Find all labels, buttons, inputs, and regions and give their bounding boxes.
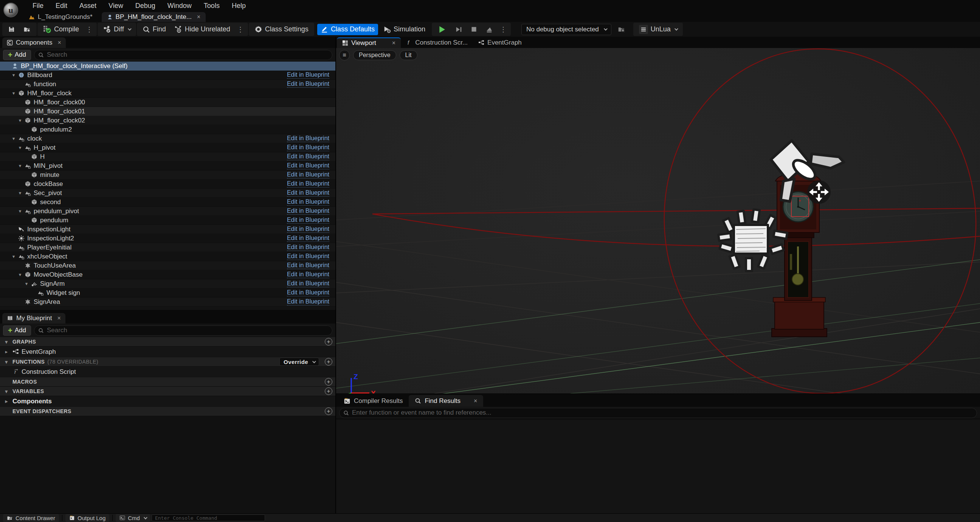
components-search-input[interactable]	[47, 51, 328, 59]
content-drawer-button[interactable]: Content Drawer	[3, 514, 59, 522]
compile-options-icon[interactable]: ⋮	[84, 25, 94, 33]
edit-in-blueprint-link[interactable]: Edit in Blueprint	[287, 289, 329, 296]
tab-compiler-results[interactable]: Compiler Results	[337, 395, 409, 407]
functions-section-header[interactable]: ▾ FUNCTIONS (78 OVERRIDABLE) Override +	[0, 357, 336, 367]
add-function-icon[interactable]: +	[325, 358, 332, 366]
edit-in-blueprint-link[interactable]: Edit in Blueprint	[287, 280, 329, 287]
component-row[interactable]: Widget signEdit in Blueprint	[0, 288, 336, 298]
tab-level[interactable]: L_TestingGrounds*	[24, 12, 98, 22]
edit-in-blueprint-link[interactable]: Edit in Blueprint	[287, 271, 329, 278]
simulation-button[interactable]: Simulation	[380, 24, 429, 35]
move-gizmo-icon[interactable]	[807, 180, 830, 204]
component-row[interactable]: BP_HM_floor_clock_Interactive (Self)	[0, 62, 336, 71]
close-icon[interactable]: ×	[57, 39, 61, 46]
component-row[interactable]: minuteEdit in Blueprint	[0, 170, 336, 180]
component-row[interactable]: functionEdit in Blueprint	[0, 80, 336, 89]
eject-button[interactable]	[482, 24, 496, 35]
edit-in-blueprint-link[interactable]: Edit in Blueprint	[287, 207, 329, 215]
edit-in-blueprint-link[interactable]: Edit in Blueprint	[287, 253, 329, 260]
component-row[interactable]: InspectionLight2Edit in Blueprint	[0, 234, 336, 243]
construction-script-row[interactable]: f Construction Script	[0, 367, 336, 377]
perspective-dropdown[interactable]: Perspective	[353, 50, 396, 60]
menu-window[interactable]: Window	[161, 0, 198, 11]
menu-view[interactable]: View	[102, 0, 129, 11]
component-row[interactable]: ▾SignArmEdit in Blueprint	[0, 279, 336, 288]
add-component-button[interactable]: + Add	[3, 50, 31, 60]
variables-components-category-row[interactable]: ▸ Components	[0, 396, 336, 407]
close-icon[interactable]: ×	[392, 40, 396, 46]
tab-blueprint[interactable]: BP_HM_floor_clock_Inte... ×	[102, 12, 206, 22]
debug-object-dropdown[interactable]: No debug object selected	[521, 24, 611, 35]
menu-edit[interactable]: Edit	[49, 0, 73, 11]
edit-in-blueprint-link[interactable]: Edit in Blueprint	[287, 226, 329, 233]
tab-find-results[interactable]: Find Results ×	[409, 395, 483, 407]
save-button[interactable]	[5, 24, 19, 35]
add-macro-icon[interactable]: +	[325, 378, 332, 385]
doc-tab-construction-scr-[interactable]: fConstruction Scr...	[401, 37, 473, 48]
debug-browse-button[interactable]	[614, 24, 629, 35]
menu-file[interactable]: File	[27, 0, 49, 11]
unreal-logo-icon[interactable]: u	[3, 3, 18, 18]
unlua-dropdown[interactable]: UnLua	[636, 24, 681, 35]
expander-arrow[interactable]: ▾	[17, 145, 24, 150]
edit-in-blueprint-link[interactable]: Edit in Blueprint	[287, 72, 329, 79]
expander-arrow[interactable]: ▾	[10, 136, 17, 142]
edit-in-blueprint-link[interactable]: Edit in Blueprint	[287, 153, 329, 160]
component-row[interactable]: pendulumEdit in Blueprint	[0, 216, 336, 225]
close-icon[interactable]: ×	[474, 398, 477, 404]
edit-in-blueprint-link[interactable]: Edit in Blueprint	[287, 298, 329, 306]
find-references-input[interactable]	[352, 409, 973, 417]
component-row[interactable]: HM_floor_clock01	[0, 107, 336, 116]
rotation-gizmo[interactable]	[372, 48, 980, 393]
lit-dropdown[interactable]: Lit	[399, 50, 417, 60]
component-row[interactable]: ▾MIN_pivotEdit in Blueprint	[0, 161, 336, 170]
menu-tools[interactable]: Tools	[198, 0, 226, 11]
event-dispatchers-section-header[interactable]: EVENT DISPATCHERS +	[0, 407, 336, 416]
expander-arrow[interactable]: ▾	[17, 118, 24, 123]
menu-asset[interactable]: Asset	[73, 0, 102, 11]
component-row[interactable]: InspectionLightEdit in Blueprint	[0, 225, 336, 234]
cmd-dropdown[interactable]: Cmd	[116, 514, 150, 522]
expander-arrow[interactable]: ▾	[10, 90, 17, 96]
output-log-button[interactable]: Output Log	[65, 514, 109, 522]
component-row[interactable]: SignAreaEdit in Blueprint	[0, 298, 336, 307]
compile-button[interactable]: Compile	[40, 24, 83, 35]
viewport-3d[interactable]: Z X Y ≡ Perspective Lit	[336, 48, 980, 393]
expander-arrow[interactable]: ▾	[17, 163, 24, 169]
expander-arrow[interactable]: ▾	[17, 272, 24, 277]
variables-section-header[interactable]: ▾ VARIABLES +	[0, 387, 336, 396]
class-defaults-button[interactable]: Class Defaults	[317, 24, 378, 35]
component-row[interactable]: ▾HM_floor_clock02	[0, 116, 336, 125]
hide-unrelated-options-icon[interactable]: ⋮	[235, 25, 246, 33]
component-row[interactable]: ▾HM_floor_clock	[0, 89, 336, 98]
edit-in-blueprint-link[interactable]: Edit in Blueprint	[287, 262, 329, 269]
expander-arrow[interactable]: ▾	[17, 208, 24, 214]
macros-section-header[interactable]: MACROS +	[0, 377, 336, 387]
diff-button[interactable]: Diff	[100, 24, 134, 35]
component-row[interactable]: ▾Sec_pivotEdit in Blueprint	[0, 189, 336, 198]
my-blueprint-search-input[interactable]	[47, 326, 328, 334]
play-options-icon[interactable]: ⋮	[498, 25, 509, 33]
tab-my-blueprint[interactable]: My Blueprint ×	[2, 313, 65, 323]
edit-in-blueprint-link[interactable]: Edit in Blueprint	[287, 180, 329, 188]
expander-arrow[interactable]: ▸	[3, 349, 10, 355]
class-settings-button[interactable]: Class Settings	[251, 24, 312, 35]
override-dropdown[interactable]: Override	[279, 358, 319, 366]
console-command-input[interactable]	[152, 514, 265, 521]
hide-unrelated-button[interactable]: Hide Unrelated	[171, 24, 234, 35]
edit-in-blueprint-link[interactable]: Edit in Blueprint	[287, 171, 329, 178]
component-row[interactable]: ▾BillboardEdit in Blueprint	[0, 71, 336, 80]
find-button[interactable]: Find	[139, 24, 169, 35]
add-graph-icon[interactable]: +	[325, 338, 332, 345]
expander-arrow[interactable]: ▾	[10, 254, 17, 259]
stop-button[interactable]	[467, 24, 480, 35]
expander-arrow[interactable]: ▾	[3, 339, 10, 345]
add-dispatcher-icon[interactable]: +	[325, 407, 332, 415]
tab-components-panel[interactable]: Components ×	[2, 37, 66, 48]
component-row[interactable]: TouchUseAreaEdit in Blueprint	[0, 261, 336, 270]
edit-in-blueprint-link[interactable]: Edit in Blueprint	[287, 216, 329, 224]
eventgraph-row[interactable]: ▸ EventGraph	[0, 347, 336, 357]
edit-in-blueprint-link[interactable]: Edit in Blueprint	[287, 199, 329, 205]
component-row[interactable]: ▾pendulum_pivotEdit in Blueprint	[0, 207, 336, 216]
add-blueprint-item-button[interactable]: + Add	[3, 325, 31, 336]
